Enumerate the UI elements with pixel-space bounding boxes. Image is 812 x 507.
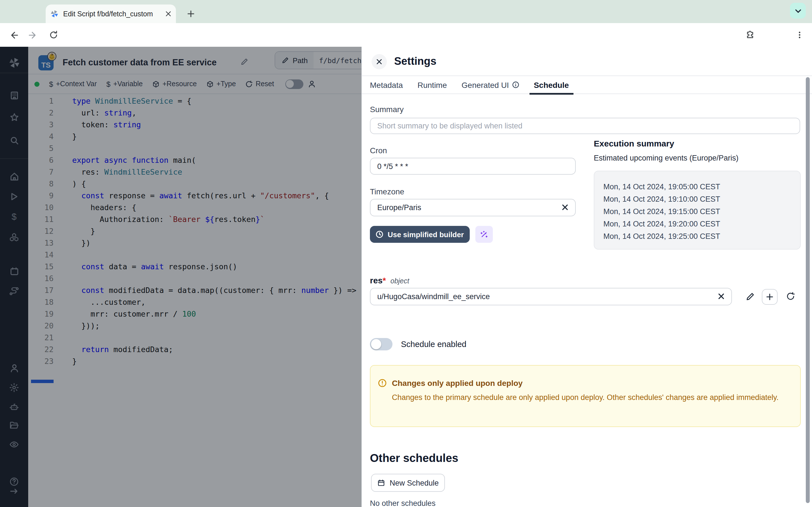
refresh-resource-icon[interactable] <box>786 292 795 301</box>
extensions-icon[interactable] <box>744 29 756 41</box>
windmill-favicon <box>50 10 59 18</box>
clock-icon <box>376 230 384 238</box>
clear-resource-icon[interactable] <box>717 292 725 300</box>
tab-generated-ui[interactable]: Generated UI <box>457 76 523 94</box>
info-icon <box>512 81 519 89</box>
cron-input[interactable] <box>370 158 576 175</box>
execution-summary-subheading: Estimated upcoming events (Europe/Paris) <box>594 154 739 162</box>
event-item: Mon, 14 Oct 2024, 19:20:00 CEST <box>603 220 720 228</box>
drawer-title: Settings <box>394 55 437 68</box>
use-simplified-builder-button[interactable]: Use simplified builder <box>370 226 470 243</box>
event-item: Mon, 14 Oct 2024, 19:25:00 CEST <box>603 232 720 240</box>
browser-menu-icon[interactable] <box>794 29 806 41</box>
tab-search-chevron-button[interactable] <box>790 3 806 18</box>
event-item: Mon, 14 Oct 2024, 19:15:00 CEST <box>603 207 720 216</box>
event-item: Mon, 14 Oct 2024, 19:05:00 CEST <box>603 182 720 191</box>
new-schedule-button[interactable]: New Schedule <box>371 474 445 492</box>
timezone-input[interactable] <box>370 199 576 216</box>
drawer-backdrop[interactable] <box>0 47 361 507</box>
drawer-header: Settings <box>362 47 812 76</box>
upcoming-events-box: Mon, 14 Oct 2024, 19:05:00 CEST Mon, 14 … <box>594 171 801 249</box>
alert-circle-icon <box>378 379 387 388</box>
tab-metadata[interactable]: Metadata <box>365 76 407 94</box>
browser-chrome: Edit Script f/bd/fetch_custom <box>0 0 812 47</box>
summary-input[interactable] <box>370 118 800 134</box>
execution-summary-heading: Execution summary <box>594 138 674 148</box>
no-other-schedules-text: No other schedules <box>370 499 436 507</box>
drawer-scrollbar[interactable] <box>806 77 810 503</box>
forward-button[interactable] <box>27 29 39 41</box>
timezone-label: Timezone <box>370 187 404 196</box>
settings-tabs: Metadata Runtime Generated UI Schedule <box>362 76 812 94</box>
screen: Edit Script f/bd/fetch_custom <box>0 0 812 507</box>
summary-label: Summary <box>370 105 404 114</box>
deploy-warning-box: Changes only applied upon deploy Changes… <box>370 365 801 427</box>
cron-label: Cron <box>370 146 387 155</box>
windmill-app: $ <box>0 47 812 507</box>
ai-wand-button[interactable] <box>475 226 493 243</box>
close-icon[interactable] <box>371 54 387 69</box>
tab-close-icon[interactable] <box>165 11 171 17</box>
new-tab-button[interactable] <box>185 7 197 20</box>
calendar-icon <box>377 479 385 487</box>
schedule-enabled-toggle[interactable] <box>370 338 393 350</box>
resource-input[interactable] <box>370 288 732 305</box>
clear-timezone-icon[interactable] <box>561 203 569 211</box>
warning-body: Changes to the primary schedule are only… <box>392 392 781 403</box>
tab-title: Edit Script f/bd/fetch_custom <box>63 10 165 18</box>
tab-schedule[interactable]: Schedule <box>529 76 573 94</box>
other-schedules-heading: Other schedules <box>370 452 458 465</box>
reload-button[interactable] <box>47 29 60 41</box>
edit-resource-pencil-icon[interactable] <box>746 292 755 301</box>
wand-icon <box>480 230 488 238</box>
tab-runtime[interactable]: Runtime <box>413 76 451 94</box>
warning-title: Changes only applied upon deploy <box>392 379 523 388</box>
settings-drawer: Settings Metadata Runtime Generated UI S… <box>361 47 812 507</box>
add-resource-plus-button[interactable] <box>762 289 777 305</box>
schedule-enabled-label: Schedule enabled <box>401 340 466 349</box>
res-argument-label: res*object <box>370 276 409 285</box>
browser-toolbar: app.windmill.dev/scripts/edit/f/bd/fetch… <box>0 23 812 47</box>
event-item: Mon, 14 Oct 2024, 19:10:00 CEST <box>603 195 720 203</box>
back-button[interactable] <box>7 29 20 41</box>
browser-tab-strip: Edit Script f/bd/fetch_custom <box>0 0 812 23</box>
browser-tab[interactable]: Edit Script f/bd/fetch_custom <box>46 4 176 23</box>
